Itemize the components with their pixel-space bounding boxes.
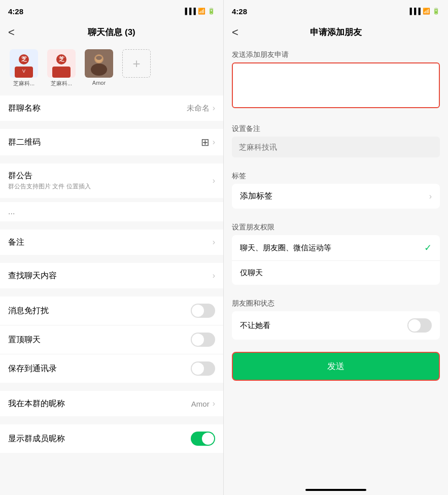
group-name-right: 未命名 › [187, 104, 215, 113]
add-tag-item[interactable]: 添加标签 › [232, 184, 440, 209]
permission-label: 设置朋友权限 [232, 217, 440, 232]
show-members-label: 显示群成员昵称 [8, 434, 65, 444]
nickname-right: Amor › [191, 399, 215, 408]
member-item[interactable]: 芝 芝麻科... [46, 49, 77, 87]
group-qr-section: 群二维码 ⊞ › [0, 129, 223, 155]
tag-label: 标签 [232, 166, 440, 181]
add-icon: + [122, 49, 151, 78]
left-time: 4:28 [8, 7, 23, 16]
pin-chat-toggle[interactable] [191, 333, 215, 347]
member-item[interactable]: 芝 V 芝麻科... [8, 49, 40, 87]
svg-text:V: V [22, 69, 25, 74]
do-not-disturb-label: 消息免打扰 [8, 306, 49, 316]
moments-section: 不让她看 [232, 311, 440, 340]
pin-chat-item[interactable]: 置顶聊天 [0, 325, 223, 354]
divider [0, 225, 223, 229]
qr-icon: ⊞ [201, 136, 210, 148]
right-content: 发送添加朋友申请 设置备注 标签 添加标签 › 设置朋友权限 聊天、朋友圈、微信… [224, 44, 448, 485]
nickname-section: 我在本群的昵称 Amor › [0, 391, 223, 416]
permission-item-chat[interactable]: 仅聊天 [232, 261, 440, 285]
tag-form-section: 标签 添加标签 › [232, 166, 440, 209]
group-notice-content: 群公告 群公告支持图片 文件 位置插入 [8, 171, 91, 191]
group-qr-label: 群二维码 [8, 137, 41, 148]
signal-icon: ▐▐▐ [183, 8, 196, 15]
right-status-bar: 4:28 ▐▐▐ 📶 🔋 [224, 0, 448, 22]
remark-input[interactable] [232, 137, 440, 157]
chevron-icon: › [213, 138, 215, 147]
battery-icon: 🔋 [432, 8, 440, 15]
avatar: 芝 V [10, 49, 38, 78]
group-name-label: 群聊名称 [8, 103, 41, 114]
left-header-title: 聊天信息 (3) [88, 26, 135, 38]
home-indicator [305, 489, 366, 491]
remark-label: 设置备注 [232, 118, 440, 134]
search-chat-item[interactable]: 查找聊天内容 › [0, 263, 223, 288]
member-item[interactable]: Amor [83, 49, 115, 86]
show-members-section: 显示群成员昵称 [0, 424, 223, 453]
group-notice-label: 群公告 [8, 171, 91, 181]
send-request-section: 发送添加朋友申请 [232, 44, 440, 110]
permission-section: 聊天、朋友圈、微信运动等 ✓ 仅聊天 [232, 235, 440, 285]
pin-chat-label: 置顶聊天 [8, 335, 41, 345]
divider [0, 259, 223, 263]
group-name-item[interactable]: 群聊名称 未命名 › [0, 95, 223, 121]
remark-label: 备注 [8, 237, 24, 248]
svg-point-11 [91, 63, 107, 76]
permission-chat-label: 仅聊天 [240, 268, 263, 278]
right-header-title: 申请添加朋友 [310, 26, 362, 38]
permission-form-section: 设置朋友权限 聊天、朋友圈、微信运动等 ✓ 仅聊天 [232, 217, 440, 285]
chevron-icon: › [429, 192, 432, 201]
members-row: 芝 V 芝麻科... 芝 芝麻科... [0, 44, 223, 95]
left-panel: 4:28 ▐▐▐ 📶 🔋 < 聊天信息 (3) 芝 V 芝麻科... [0, 0, 224, 495]
show-members-toggle[interactable] [191, 432, 215, 446]
group-notice-item[interactable]: 群公告 群公告支持图片 文件 位置插入 › [0, 163, 223, 198]
signal-icon: ▐▐▐ [407, 8, 421, 15]
remark-item[interactable]: 备注 › [0, 229, 223, 255]
save-contact-item[interactable]: 保存到通讯录 [0, 354, 223, 383]
save-contact-toggle[interactable] [191, 361, 215, 376]
chevron-icon: › [213, 104, 215, 113]
member-name: 芝麻科... [13, 80, 35, 87]
left-status-icons: ▐▐▐ 📶 🔋 [183, 8, 215, 15]
chevron-icon: › [213, 271, 215, 280]
nickname-item[interactable]: 我在本群的昵称 Amor › [0, 391, 223, 416]
search-chat-section: 查找聊天内容 › [0, 263, 223, 288]
group-name-section: 群聊名称 未命名 › [0, 95, 223, 121]
divider [0, 159, 223, 163]
right-header: < 申请添加朋友 [224, 22, 448, 44]
group-qr-item[interactable]: 群二维码 ⊞ › [0, 129, 223, 155]
wifi-icon: 📶 [198, 8, 205, 15]
nickname-value: Amor [191, 400, 210, 408]
do-not-disturb-item[interactable]: 消息免打扰 [0, 296, 223, 325]
right-back-button[interactable]: < [232, 26, 238, 39]
send-button[interactable]: 发送 [232, 352, 440, 381]
toggles-section: 消息免打扰 置顶聊天 保存到通讯录 [0, 296, 223, 383]
avatar [85, 49, 113, 78]
search-chat-label: 查找聊天内容 [8, 271, 57, 281]
divider [0, 387, 223, 391]
send-request-label: 发送添加朋友申请 [232, 44, 440, 59]
show-members-item[interactable]: 显示群成员昵称 [0, 424, 223, 453]
chevron-icon: › [213, 238, 215, 247]
group-name-value: 未命名 [187, 104, 210, 113]
moments-option-label: 不让她看 [240, 321, 270, 331]
do-not-disturb-toggle[interactable] [191, 304, 215, 318]
moments-toggle[interactable] [407, 318, 432, 333]
svg-text:芝: 芝 [58, 56, 65, 62]
moments-form-section: 朋友圈和状态 不让她看 [232, 293, 440, 340]
divider [0, 420, 223, 424]
add-member-button[interactable]: + [121, 49, 152, 78]
permission-full-label: 聊天、朋友圈、微信运动等 [240, 243, 331, 253]
right-time: 4:28 [232, 7, 247, 16]
left-header: < 聊天信息 (3) [0, 22, 223, 44]
save-contact-label: 保存到通讯录 [8, 364, 57, 374]
moments-item[interactable]: 不让她看 [232, 311, 440, 340]
add-tag-label: 添加标签 [240, 191, 272, 202]
settings-list: 群聊名称 未命名 › 群二维码 ⊞ › 群公告 [0, 95, 223, 495]
moments-label: 朋友圈和状态 [232, 293, 440, 308]
divider [0, 292, 223, 296]
send-request-textarea[interactable] [232, 62, 440, 108]
battery-icon: 🔋 [208, 8, 215, 15]
permission-item-full[interactable]: 聊天、朋友圈、微信运动等 ✓ [232, 235, 440, 261]
left-back-button[interactable]: < [8, 26, 15, 39]
